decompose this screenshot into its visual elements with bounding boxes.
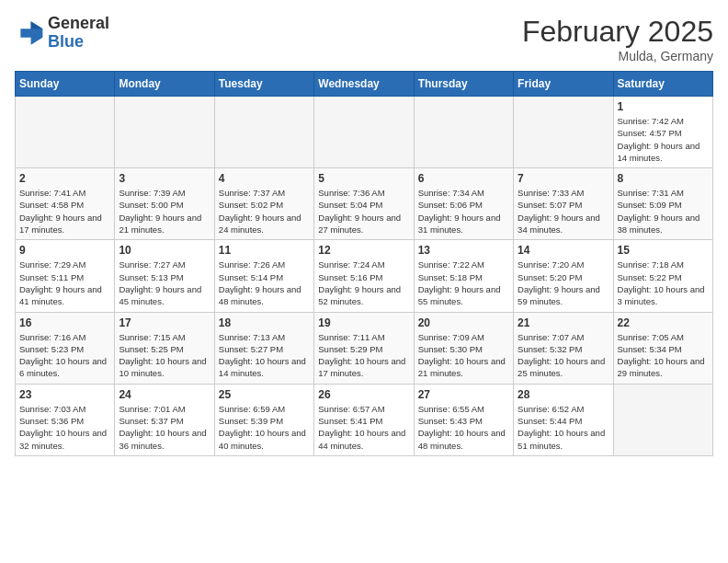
day-number: 18 (219, 316, 310, 329)
day-number: 21 (518, 316, 609, 329)
day-number: 24 (119, 388, 210, 401)
calendar-day-cell: 25Sunrise: 6:59 AM Sunset: 5:39 PM Dayli… (214, 384, 313, 455)
day-number: 5 (318, 172, 409, 185)
calendar-week-row: 16Sunrise: 7:16 AM Sunset: 5:23 PM Dayli… (16, 312, 713, 384)
day-number: 12 (318, 244, 409, 257)
day-info: Sunrise: 7:26 AM Sunset: 5:14 PM Dayligh… (219, 259, 310, 307)
calendar-day-cell: 8Sunrise: 7:31 AM Sunset: 5:09 PM Daylig… (613, 168, 712, 240)
day-info: Sunrise: 7:16 AM Sunset: 5:23 PM Dayligh… (19, 331, 110, 380)
day-number: 20 (418, 316, 509, 329)
weekday-header: Sunday (16, 72, 115, 97)
day-number: 10 (119, 244, 210, 257)
calendar-day-cell (16, 97, 115, 168)
calendar-table: SundayMondayTuesdayWednesdayThursdayFrid… (15, 71, 713, 456)
weekday-header: Friday (514, 72, 613, 97)
day-number: 25 (219, 388, 310, 401)
day-info: Sunrise: 6:55 AM Sunset: 5:43 PM Dayligh… (418, 403, 509, 452)
calendar-day-cell: 19Sunrise: 7:11 AM Sunset: 5:29 PM Dayli… (314, 312, 414, 384)
day-number: 8 (618, 172, 709, 185)
day-info: Sunrise: 7:33 AM Sunset: 5:07 PM Dayligh… (518, 187, 609, 236)
day-info: Sunrise: 7:15 AM Sunset: 5:25 PM Dayligh… (119, 331, 210, 380)
day-number: 13 (418, 244, 509, 257)
day-info: Sunrise: 6:52 AM Sunset: 5:44 PM Dayligh… (518, 403, 609, 452)
day-number: 1 (618, 100, 709, 113)
logo-icon (15, 18, 44, 48)
page: General Blue February 2025 Mulda, German… (0, 0, 728, 471)
calendar-week-row: 23Sunrise: 7:03 AM Sunset: 5:36 PM Dayli… (16, 384, 713, 455)
day-info: Sunrise: 6:57 AM Sunset: 5:41 PM Dayligh… (318, 403, 409, 452)
calendar-day-cell: 28Sunrise: 6:52 AM Sunset: 5:44 PM Dayli… (514, 384, 613, 455)
title-block: February 2025 Mulda, Germany (522, 15, 713, 63)
calendar-day-cell: 2Sunrise: 7:41 AM Sunset: 4:58 PM Daylig… (16, 168, 115, 240)
day-number: 3 (119, 172, 210, 185)
calendar-day-cell (613, 384, 712, 455)
calendar-day-cell: 24Sunrise: 7:01 AM Sunset: 5:37 PM Dayli… (115, 384, 214, 455)
day-number: 27 (418, 388, 509, 401)
calendar-day-cell: 17Sunrise: 7:15 AM Sunset: 5:25 PM Dayli… (115, 312, 214, 384)
location: Mulda, Germany (522, 49, 713, 63)
weekday-header: Saturday (613, 72, 712, 97)
weekday-header: Monday (115, 72, 214, 97)
day-number: 26 (318, 388, 409, 401)
svg-marker-1 (31, 21, 43, 29)
day-info: Sunrise: 7:36 AM Sunset: 5:04 PM Dayligh… (318, 187, 409, 236)
calendar-day-cell (115, 97, 214, 168)
day-info: Sunrise: 7:27 AM Sunset: 5:13 PM Dayligh… (119, 259, 210, 307)
logo-blue-text: Blue (48, 33, 109, 52)
weekday-header: Wednesday (314, 72, 414, 97)
calendar-day-cell (514, 97, 613, 168)
calendar-day-cell: 14Sunrise: 7:20 AM Sunset: 5:20 PM Dayli… (514, 240, 613, 312)
calendar-day-cell (414, 97, 513, 168)
calendar-day-cell: 21Sunrise: 7:07 AM Sunset: 5:32 PM Dayli… (514, 312, 613, 384)
calendar-day-cell: 3Sunrise: 7:39 AM Sunset: 5:00 PM Daylig… (115, 168, 214, 240)
calendar-day-cell: 1Sunrise: 7:42 AM Sunset: 4:57 PM Daylig… (613, 97, 712, 168)
day-info: Sunrise: 7:11 AM Sunset: 5:29 PM Dayligh… (318, 331, 409, 380)
day-info: Sunrise: 7:24 AM Sunset: 5:16 PM Dayligh… (318, 259, 409, 307)
day-number: 22 (618, 316, 709, 329)
calendar-day-cell: 10Sunrise: 7:27 AM Sunset: 5:13 PM Dayli… (115, 240, 214, 312)
day-info: Sunrise: 7:34 AM Sunset: 5:06 PM Dayligh… (418, 187, 509, 236)
day-info: Sunrise: 7:07 AM Sunset: 5:32 PM Dayligh… (518, 331, 609, 380)
day-number: 6 (418, 172, 509, 185)
calendar-week-row: 2Sunrise: 7:41 AM Sunset: 4:58 PM Daylig… (16, 168, 713, 240)
calendar-day-cell: 18Sunrise: 7:13 AM Sunset: 5:27 PM Dayli… (214, 312, 313, 384)
calendar-day-cell: 12Sunrise: 7:24 AM Sunset: 5:16 PM Dayli… (314, 240, 414, 312)
calendar-day-cell: 27Sunrise: 6:55 AM Sunset: 5:43 PM Dayli… (414, 384, 513, 455)
weekday-header: Thursday (414, 72, 513, 97)
day-info: Sunrise: 7:22 AM Sunset: 5:18 PM Dayligh… (418, 259, 509, 307)
day-info: Sunrise: 7:41 AM Sunset: 4:58 PM Dayligh… (19, 187, 110, 236)
calendar-day-cell: 4Sunrise: 7:37 AM Sunset: 5:02 PM Daylig… (214, 168, 313, 240)
day-info: Sunrise: 7:13 AM Sunset: 5:27 PM Dayligh… (219, 331, 310, 380)
calendar-week-row: 9Sunrise: 7:29 AM Sunset: 5:11 PM Daylig… (16, 240, 713, 312)
calendar-day-cell: 5Sunrise: 7:36 AM Sunset: 5:04 PM Daylig… (314, 168, 414, 240)
day-info: Sunrise: 7:31 AM Sunset: 5:09 PM Dayligh… (618, 187, 709, 236)
logo: General Blue (15, 15, 109, 52)
weekday-header: Tuesday (214, 72, 313, 97)
day-number: 15 (618, 244, 709, 257)
day-number: 4 (219, 172, 310, 185)
day-number: 16 (19, 316, 110, 329)
header: General Blue February 2025 Mulda, German… (15, 15, 713, 63)
day-info: Sunrise: 7:03 AM Sunset: 5:36 PM Dayligh… (19, 403, 110, 452)
day-info: Sunrise: 7:05 AM Sunset: 5:34 PM Dayligh… (618, 331, 709, 380)
day-number: 9 (19, 244, 110, 257)
day-number: 23 (19, 388, 110, 401)
day-info: Sunrise: 6:59 AM Sunset: 5:39 PM Dayligh… (219, 403, 310, 452)
calendar-day-cell: 20Sunrise: 7:09 AM Sunset: 5:30 PM Dayli… (414, 312, 513, 384)
calendar-day-cell (314, 97, 414, 168)
month-year: February 2025 (522, 15, 713, 49)
day-number: 19 (318, 316, 409, 329)
day-number: 28 (518, 388, 609, 401)
day-number: 2 (19, 172, 110, 185)
calendar-day-cell: 22Sunrise: 7:05 AM Sunset: 5:34 PM Dayli… (613, 312, 712, 384)
day-number: 17 (119, 316, 210, 329)
logo-text: General Blue (48, 15, 109, 52)
day-info: Sunrise: 7:29 AM Sunset: 5:11 PM Dayligh… (19, 259, 110, 307)
calendar-day-cell: 26Sunrise: 6:57 AM Sunset: 5:41 PM Dayli… (314, 384, 414, 455)
day-info: Sunrise: 7:37 AM Sunset: 5:02 PM Dayligh… (219, 187, 310, 236)
calendar-day-cell: 16Sunrise: 7:16 AM Sunset: 5:23 PM Dayli… (16, 312, 115, 384)
calendar-day-cell: 11Sunrise: 7:26 AM Sunset: 5:14 PM Dayli… (214, 240, 313, 312)
calendar-day-cell: 6Sunrise: 7:34 AM Sunset: 5:06 PM Daylig… (414, 168, 513, 240)
day-info: Sunrise: 7:42 AM Sunset: 4:57 PM Dayligh… (618, 115, 709, 164)
calendar-day-cell (214, 97, 313, 168)
